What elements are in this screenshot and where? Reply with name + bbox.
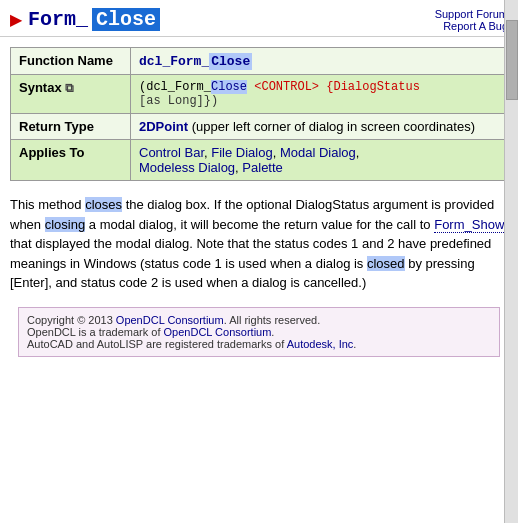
copyright-rights: . All rights reserved. [224, 314, 321, 326]
footer-copyright: Copyright © 2013 OpenDCL Consortium. All… [27, 314, 491, 326]
function-name-value: dcl_Form_Close [131, 48, 508, 75]
opendcl-consortium-link[interactable]: OpenDCL Consortium [164, 326, 272, 338]
table-row-syntax: Syntax ⧉ (dcl_Form_Close <CONTROL> {Dial… [11, 75, 508, 114]
trademark2-after: . [353, 338, 356, 350]
copyright-text: Copyright © 2013 [27, 314, 116, 326]
syn-close-highlight: Close [211, 80, 247, 94]
syn-params: <CONTROL> {DialogStatus [247, 80, 420, 94]
func-name-highlight: Close [209, 53, 252, 70]
return-type-main: 2DPoint [139, 119, 188, 134]
func-name-plain: dcl_Form_ [139, 54, 209, 69]
desc-closing-highlight: closing [45, 217, 85, 232]
title-form-part: Form_ [28, 8, 88, 31]
copy-icon[interactable]: ⧉ [65, 81, 74, 95]
scrollbar[interactable] [504, 0, 518, 523]
function-name-label: Function Name [11, 48, 131, 75]
desc-after-closing: a modal dialog, it will become the retur… [85, 217, 434, 232]
applies-palette[interactable]: Palette [242, 160, 282, 175]
desc-closed-highlight: closed [367, 256, 405, 271]
autodesk-link[interactable]: Autodesk, Inc [287, 338, 354, 350]
form-show-link[interactable]: Form_Show [434, 217, 504, 233]
applies-modal-dialog[interactable]: Modal Dialog [280, 145, 356, 160]
table-row-applies-to: Applies To Control Bar, File Dialog, Mod… [11, 140, 508, 181]
applies-to-label: Applies To [11, 140, 131, 181]
support-forum-link[interactable]: Support Forum [435, 8, 508, 20]
return-type-value: 2DPoint (upper left corner of dialog in … [131, 114, 508, 140]
applies-control-bar[interactable]: Control Bar [139, 145, 204, 160]
applies-file-dialog[interactable]: File Dialog [211, 145, 272, 160]
footer: Copyright © 2013 OpenDCL Consortium. All… [18, 307, 500, 357]
main-content: Function Name dcl_Form_Close Syntax ⧉ (d… [0, 37, 518, 367]
function-table: Function Name dcl_Form_Close Syntax ⧉ (d… [10, 47, 508, 181]
syntax-label: Syntax ⧉ [11, 75, 131, 114]
page-wrapper: ▶ Form_Close Support Forum Report A Bug … [0, 0, 518, 367]
syn-part1: (dcl_Form_ [139, 80, 211, 94]
desc-closes-highlight: closes [85, 197, 122, 212]
applies-to-value: Control Bar, File Dialog, Modal Dialog, … [131, 140, 508, 181]
table-row-function-name: Function Name dcl_Form_Close [11, 48, 508, 75]
syntax-value: (dcl_Form_Close <CONTROL> {DialogStatus … [131, 75, 508, 114]
trademark2-before: AutoCAD and AutoLISP are registered trad… [27, 338, 287, 350]
scrollbar-thumb[interactable] [506, 20, 518, 100]
arrow-icon: ▶ [10, 10, 22, 29]
description-paragraph: This method closes the dialog box. If th… [10, 195, 508, 293]
trademark1-before: OpenDCL is a trademark of [27, 326, 164, 338]
opendcl-consortium-link-copyright[interactable]: OpenDCL Consortium [116, 314, 224, 326]
return-type-label: Return Type [11, 114, 131, 140]
title-area: ▶ Form_Close [10, 8, 160, 31]
title-close-part: Close [92, 8, 160, 31]
syn-optional: [as Long]}) [139, 94, 218, 108]
footer-trademark1: OpenDCL is a trademark of OpenDCL Consor… [27, 326, 491, 338]
applies-modeless-dialog[interactable]: Modeless Dialog [139, 160, 235, 175]
table-row-return-type: Return Type 2DPoint (upper left corner o… [11, 114, 508, 140]
return-type-desc: (upper left corner of dialog in screen c… [192, 119, 475, 134]
trademark1-after: . [271, 326, 274, 338]
footer-trademark2: AutoCAD and AutoLISP are registered trad… [27, 338, 491, 350]
header-links: Support Forum Report A Bug [435, 8, 508, 32]
desc-before-closes: This method [10, 197, 85, 212]
report-bug-link[interactable]: Report A Bug [435, 20, 508, 32]
page-header: ▶ Form_Close Support Forum Report A Bug [0, 0, 518, 37]
